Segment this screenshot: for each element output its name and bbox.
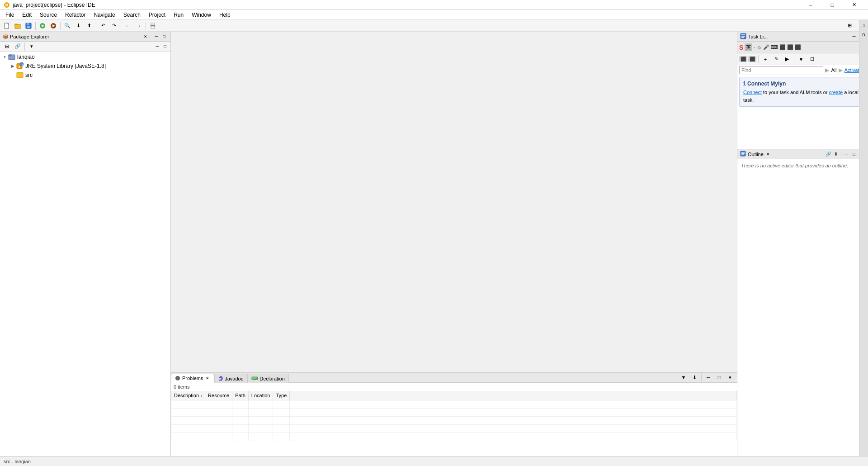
outline-next-btn[interactable]: ⬇ [832,151,840,158]
task-find-input[interactable] [739,66,823,74]
menu-project[interactable]: Project [145,11,169,19]
outline-close-btn[interactable]: ✕ [765,152,771,157]
bottom-panel: ! Problems ✕ @ Javadoc ⌨ Declarati [171,372,737,456]
main-toolbar: 🔍 ⬇ ⬆ ↶ ↷ ← → ⊞ ⊟ [0,20,868,32]
tree-item-lanqiao[interactable]: ▾ lanqiao [0,52,170,62]
tab-problems[interactable]: ! Problems ✕ [171,374,214,383]
menu-search[interactable]: Search [120,11,144,19]
editor-area [171,32,737,372]
perspective-java-btn[interactable]: J [860,22,868,30]
debug-btn[interactable] [48,21,58,31]
search-btn[interactable]: 🔍 [62,21,72,31]
connect-mylyn-panel: ℹ Connect Mylyn × Connect to your task a… [739,77,866,107]
run-btn[interactable] [38,21,47,31]
sogou-icon[interactable]: S [739,44,743,51]
pe-view-menu-btn[interactable]: ▾ [27,42,37,52]
system-tray-area: S 英 · ☺ 🎤 ⌨ ⬛ ⬛ ⬛ [737,42,868,53]
back-btn[interactable]: ← [123,21,133,31]
pe-minimize-btn[interactable]: ─ [153,33,160,40]
forward-btn[interactable]: → [134,21,144,31]
ime-tools[interactable]: ⬛ [779,44,786,50]
connect-mylyn-text: Connect to your task and ALM tools or cr… [743,89,862,104]
table-row [171,433,737,441]
maximize-btn[interactable]: □ [822,0,843,10]
undo-btn[interactable]: ↶ [98,21,108,31]
print-btn[interactable] [148,21,158,31]
col-type[interactable]: Type [273,391,290,400]
pe-sub-maximize-btn[interactable]: □ [161,43,169,50]
bottom-maximize-btn[interactable]: □ [714,372,724,382]
new-file-btn[interactable] [2,21,12,31]
problems-close-btn[interactable]: ✕ [205,376,210,381]
sort-icon: ↑ [200,394,202,398]
bottom-content: 0 items Description ↑ Resource Path Loca… [171,383,737,456]
task-collapse-btn[interactable]: ⊟ [807,54,817,64]
pe-sub-minimize-btn[interactable]: ─ [154,43,161,50]
close-btn[interactable]: ✕ [844,0,864,10]
redo-btn[interactable]: ↷ [109,21,119,31]
bottom-minimize-btn[interactable]: ─ [703,372,713,382]
package-explorer-header: 📦 Package Explorer ✕ ─ □ [0,32,170,42]
prev-annotation-btn[interactable]: ⬆ [84,21,94,31]
ime-skin[interactable]: ⬛ [795,44,801,50]
ime-special-btn[interactable]: ☺ [756,45,761,50]
outline-title: Outline [748,152,764,157]
bottom-viewmenu-btn[interactable]: ▾ [725,372,735,382]
ime-punct-btn[interactable]: · [754,45,755,50]
ime-lang-btn[interactable]: 英 [745,43,752,51]
tab-declaration[interactable]: ⌨ Declaration [247,374,289,383]
tab-javadoc[interactable]: @ Javadoc [214,374,247,383]
task-filter-btn[interactable]: ▼ [796,54,806,64]
menu-navigate[interactable]: Navigate [90,11,118,19]
pe-collapse-all-btn[interactable]: ⊟ [2,42,12,52]
task-edit-btn[interactable]: ✎ [771,54,781,64]
svg-rect-22 [17,72,23,78]
pe-close-tab-btn[interactable]: ✕ [143,34,148,39]
menu-run[interactable]: Run [170,11,187,19]
tree-item-jre[interactable]: ▶ J RE JRE System Library [JavaSE-1.8] [0,62,170,71]
pe-link-editor-btn[interactable]: 🔗 [13,42,23,52]
menu-file[interactable]: File [2,11,18,19]
menu-help[interactable]: Help [216,11,234,19]
ime-extra2: ⬛ [748,56,756,62]
col-empty [290,391,737,400]
perspective-btn[interactable]: ⊞ [844,21,854,31]
menu-edit[interactable]: Edit [19,11,35,19]
col-description[interactable]: Description ↑ [171,391,205,400]
task-find-bar: ▶ All ▶ Activate... [737,65,868,75]
pe-panel-icon: 📦 [3,34,8,39]
outline-link-btn[interactable]: 🔗 [825,151,832,158]
outline-minimize-btn[interactable]: ─ [843,151,850,158]
ime-config[interactable]: ⬛ [787,44,793,50]
menu-window[interactable]: Window [188,11,215,19]
ime-voice-btn[interactable]: 🎤 [763,44,769,50]
minimize-btn[interactable]: ─ [800,0,821,10]
connect-link[interactable]: Connect [743,90,762,95]
perspective-debug-btn[interactable]: D [860,31,868,39]
open-file-btn[interactable] [13,21,23,31]
col-location[interactable]: Location [248,391,273,400]
svg-rect-14 [151,23,155,25]
problems-filter-btn[interactable]: ▼ [679,372,689,382]
status-text: src - lanqiao [4,459,31,464]
outline-maximize-btn[interactable]: □ [850,151,858,158]
col-resource[interactable]: Resource [205,391,232,400]
menu-source[interactable]: Source [36,11,61,19]
ime-soft-kb[interactable]: ⌨ [771,44,778,50]
task-new-btn[interactable]: + [760,54,770,64]
problems-tab-label: Problems [182,376,203,381]
save-btn[interactable] [24,21,33,31]
next-annotation-btn[interactable]: ⬇ [73,21,83,31]
svg-text:J: J [18,65,20,69]
col-path[interactable]: Path [232,391,249,400]
pe-maximize-btn[interactable]: □ [160,33,168,40]
create-link[interactable]: create [829,90,843,95]
tree-item-src[interactable]: ▶ src [0,71,170,80]
table-row [171,424,737,433]
menu-refactor[interactable]: Refactor [61,11,89,19]
task-activate-btn[interactable]: ▶ [782,54,792,64]
task-minimize-btn[interactable]: ─ [850,33,858,40]
pe-toolbar: ⊟ 🔗 ▾ ─ □ [0,42,170,52]
problems-next-btn[interactable]: ⬇ [689,372,699,382]
javadoc-tab-label: Javadoc [225,376,243,381]
